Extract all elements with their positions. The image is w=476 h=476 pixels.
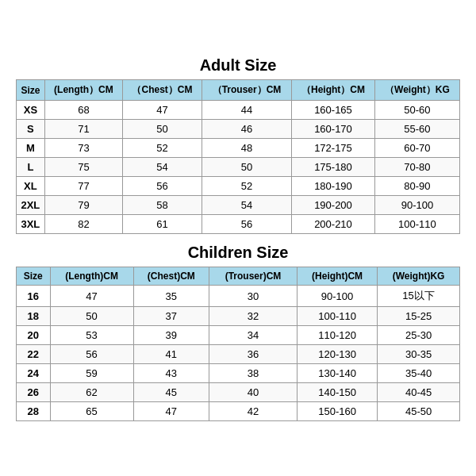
table-cell: 36 [209,345,297,364]
table-row: 1647353090-10015以下 [17,286,460,307]
table-cell: 35 [133,286,209,307]
table-cell: 56 [123,177,202,196]
table-cell: 71 [44,120,122,139]
adult-header-cell: Size [17,80,45,101]
table-cell: 50 [123,120,202,139]
table-cell: 130-140 [297,364,377,383]
table-row: 20533934110-12025-30 [17,326,460,345]
table-cell: 59 [50,364,133,383]
table-cell: 110-120 [297,326,377,345]
children-header-cell: (Weight)KG [378,267,460,286]
table-cell: 65 [50,402,133,421]
table-cell: 60-70 [374,139,459,158]
table-cell: L [17,158,45,177]
table-row: 28654742150-16045-50 [17,402,460,421]
table-cell: 26 [17,383,51,402]
table-cell: 150-160 [297,402,377,421]
table-cell: 50-60 [374,101,459,120]
table-row: 2XL795854190-20090-100 [17,196,460,215]
table-cell: 54 [123,158,202,177]
table-cell: 160-170 [292,120,375,139]
table-cell: 62 [50,383,133,402]
table-cell: 82 [44,215,122,234]
table-cell: 40 [209,383,297,402]
table-cell: 44 [202,101,291,120]
adult-header-cell: (Length）CM [44,80,122,101]
table-cell: 15以下 [378,286,460,307]
table-cell: 45-50 [378,402,460,421]
table-cell: 75 [44,158,122,177]
children-header-row: Size(Length)CM(Chest)CM(Trouser)CM(Heigh… [17,267,460,286]
table-row: L755450175-18070-80 [17,158,460,177]
table-cell: 52 [123,139,202,158]
table-cell: 25-30 [378,326,460,345]
table-cell: 47 [133,402,209,421]
table-cell: 37 [133,307,209,326]
children-table-body: 1647353090-10015以下18503732100-11015-2520… [17,286,460,421]
table-cell: 2XL [17,196,45,215]
table-cell: 20 [17,326,51,345]
table-cell: 68 [44,101,122,120]
table-cell: 56 [202,215,291,234]
table-cell: 45 [133,383,209,402]
table-cell: 48 [202,139,291,158]
table-row: M735248172-17560-70 [17,139,460,158]
table-cell: 175-180 [292,158,375,177]
table-cell: 43 [133,364,209,383]
table-cell: 34 [209,326,297,345]
adult-header-cell: （Height）CM [292,80,375,101]
table-cell: 172-175 [292,139,375,158]
table-cell: 18 [17,307,51,326]
table-cell: M [17,139,45,158]
adult-header-cell: （Weight）KG [374,80,459,101]
table-cell: 180-190 [292,177,375,196]
table-cell: 40-45 [378,383,460,402]
table-cell: 30 [209,286,297,307]
table-cell: 58 [123,196,202,215]
table-cell: 39 [133,326,209,345]
table-cell: 30-35 [378,345,460,364]
table-cell: 50 [202,158,291,177]
table-cell: 32 [209,307,297,326]
table-cell: 38 [209,364,297,383]
table-cell: 35-40 [378,364,460,383]
table-cell: 22 [17,345,51,364]
table-cell: 15-25 [378,307,460,326]
table-row: S715046160-17055-60 [17,120,460,139]
table-cell: 160-165 [292,101,375,120]
table-cell: 47 [50,286,133,307]
table-cell: 3XL [17,215,45,234]
table-cell: 73 [44,139,122,158]
table-cell: 54 [202,196,291,215]
table-cell: 190-200 [292,196,375,215]
children-size-table: Size(Length)CM(Chest)CM(Trouser)CM(Heigh… [16,267,460,421]
children-header-cell: (Length)CM [50,267,133,286]
table-cell: 24 [17,364,51,383]
table-cell: 77 [44,177,122,196]
adult-header-row: Size(Length）CM（Chest）CM（Trouser）CM（Heigh… [17,80,460,101]
table-cell: 100-110 [374,215,459,234]
table-cell: 41 [133,345,209,364]
table-row: 26624540140-15040-45 [17,383,460,402]
children-header-cell: (Chest)CM [133,267,209,286]
table-row: 24594338130-14035-40 [17,364,460,383]
adult-size-table: Size(Length）CM（Chest）CM（Trouser）CM（Heigh… [16,79,460,234]
table-cell: 56 [50,345,133,364]
children-header-cell: (Trouser)CM [209,267,297,286]
adult-header-cell: （Trouser）CM [202,80,291,101]
table-cell: 46 [202,120,291,139]
children-header-cell: (Height)CM [297,267,377,286]
table-cell: XS [17,101,45,120]
children-header-cell: Size [17,267,51,286]
size-chart-container: Adult Size Size(Length）CM（Chest）CM（Trous… [8,44,468,432]
table-cell: 70-80 [374,158,459,177]
table-row: 18503732100-11015-25 [17,307,460,326]
table-cell: 80-90 [374,177,459,196]
table-cell: 52 [202,177,291,196]
table-cell: XL [17,177,45,196]
table-cell: 120-130 [297,345,377,364]
table-cell: 55-60 [374,120,459,139]
table-row: XL775652180-19080-90 [17,177,460,196]
table-cell: 16 [17,286,51,307]
table-cell: 100-110 [297,307,377,326]
